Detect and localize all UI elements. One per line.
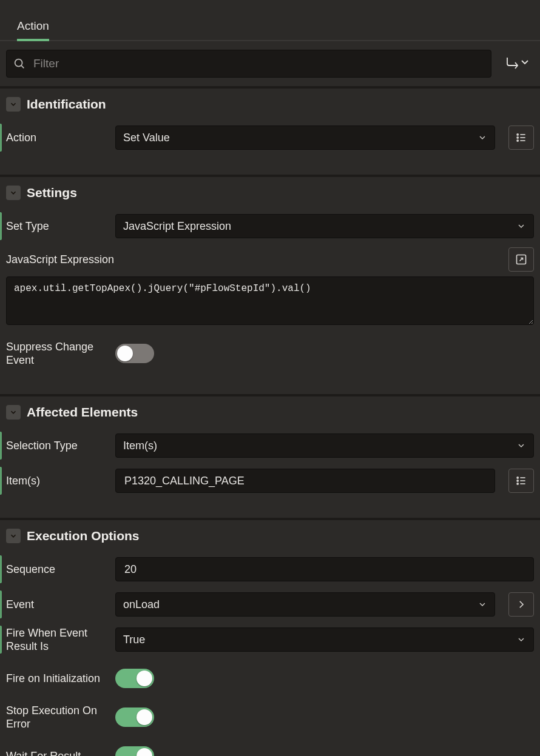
label-stop-on-error: Stop Execution On Error <box>6 704 107 731</box>
list-button-action[interactable] <box>508 125 534 150</box>
select-action-value: Set Value <box>123 132 170 144</box>
section-title-identification: Identification <box>27 97 106 112</box>
select-fire-when[interactable]: True <box>115 627 534 652</box>
label-action: Action <box>6 131 107 145</box>
select-set-type[interactable]: JavaScript Expression <box>115 214 534 238</box>
input-sequence-value[interactable] <box>123 563 526 577</box>
list-button-items[interactable] <box>508 469 534 493</box>
toggle-stop-on-error[interactable] <box>115 707 154 727</box>
label-js-expression: JavaScript Expression <box>6 253 114 266</box>
toggle-fire-on-init[interactable] <box>115 669 154 688</box>
svg-point-9 <box>517 477 518 478</box>
svg-point-0 <box>15 59 22 67</box>
select-selection-type-value: Item(s) <box>123 440 157 452</box>
chevron-down-icon <box>516 635 526 644</box>
label-set-type: Set Type <box>6 219 107 233</box>
svg-point-11 <box>517 480 518 481</box>
chevron-down-icon <box>478 133 487 142</box>
label-suppress-change: Suppress Change Event <box>6 340 107 367</box>
go-button-event[interactable] <box>508 592 534 617</box>
section-toggle-affected[interactable] <box>6 405 21 420</box>
section-title-execution: Execution Options <box>27 529 140 543</box>
search-icon <box>13 57 26 70</box>
section-toggle-identification[interactable] <box>6 97 21 112</box>
label-fire-on-init: Fire on Initialization <box>6 672 107 686</box>
expand-editor-button[interactable] <box>508 247 534 272</box>
expand-next-button[interactable] <box>502 50 533 77</box>
filter-search[interactable] <box>6 50 491 78</box>
section-title-settings: Settings <box>27 186 77 200</box>
section-toggle-settings[interactable] <box>6 186 21 200</box>
filter-input[interactable] <box>32 50 485 78</box>
tab-action[interactable]: Action <box>6 13 60 40</box>
chevron-down-icon <box>516 221 526 231</box>
section-affected-elements: Affected Elements Selection Type Item(s)… <box>0 394 540 518</box>
select-set-type-value: JavaScript Expression <box>123 220 231 233</box>
toggle-wait-for-result[interactable] <box>115 746 154 756</box>
select-event[interactable]: onLoad <box>115 592 495 617</box>
svg-point-2 <box>517 134 518 135</box>
svg-point-6 <box>517 140 518 141</box>
section-identification: Identification Action Set Value <box>0 86 540 175</box>
chevron-down-icon <box>516 441 526 450</box>
section-execution-options: Execution Options Sequence Event onLoad <box>0 518 540 756</box>
section-title-affected: Affected Elements <box>27 405 138 420</box>
label-items: Item(s) <box>6 474 107 488</box>
select-action[interactable]: Set Value <box>115 125 495 150</box>
section-toggle-execution[interactable] <box>6 529 21 543</box>
svg-point-4 <box>517 137 518 138</box>
input-items[interactable] <box>115 469 495 493</box>
select-event-value: onLoad <box>123 598 160 611</box>
label-event: Event <box>6 598 107 612</box>
label-sequence: Sequence <box>6 563 107 577</box>
label-selection-type: Selection Type <box>6 439 107 453</box>
filter-row <box>0 41 540 86</box>
section-settings: Settings Set Type JavaScript Expression … <box>0 175 540 394</box>
label-wait-for-result: Wait For Result <box>6 749 107 756</box>
tab-strip: Action <box>0 0 540 41</box>
chevron-down-icon <box>478 600 487 609</box>
label-fire-when: Fire When Event Result Is <box>6 626 107 654</box>
input-items-value[interactable] <box>123 474 487 488</box>
toggle-suppress-change[interactable] <box>115 344 154 363</box>
textarea-js-expression[interactable] <box>6 276 534 325</box>
svg-line-1 <box>21 65 24 68</box>
select-fire-when-value: True <box>123 634 145 646</box>
property-editor-panel: Action Identifi <box>0 0 540 756</box>
input-sequence[interactable] <box>115 557 534 581</box>
svg-point-13 <box>517 483 518 484</box>
select-selection-type[interactable]: Item(s) <box>115 433 534 458</box>
